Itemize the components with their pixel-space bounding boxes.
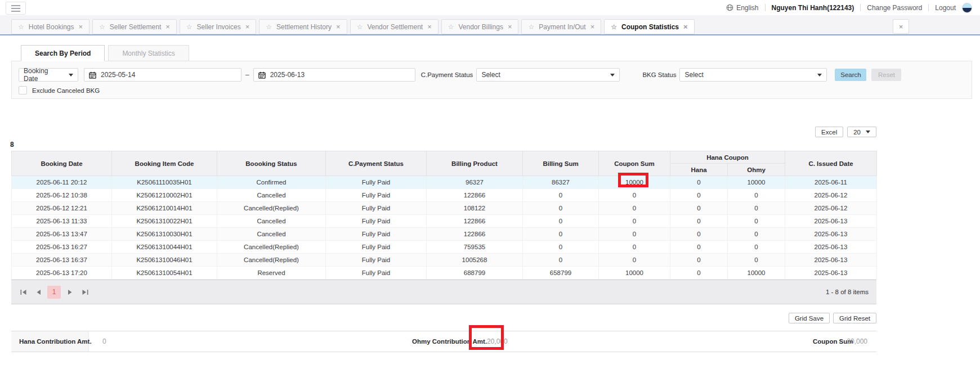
tab-label: Coupon Statistics: [621, 23, 679, 31]
excel-button[interactable]: Excel: [815, 127, 843, 137]
pagination-next-button[interactable]: [64, 286, 76, 298]
table-cell: 2025-06-11 20:12: [12, 176, 112, 189]
close-icon[interactable]: ×: [165, 23, 170, 30]
tab-label: Seller Invoices: [197, 23, 241, 31]
star-icon[interactable]: ☆: [611, 24, 617, 30]
table-cell: 0: [523, 202, 599, 215]
table-row[interactable]: 2025-06-13 16:27 K25061310044H01 Cancell…: [12, 241, 877, 254]
table-row[interactable]: 2025-06-12 10:38 K25061210002H01 Cancell…: [12, 189, 877, 202]
tab-seller-invoices[interactable]: ☆ Seller Invoices ×: [180, 19, 256, 34]
table-row[interactable]: 2025-06-13 17:20 K25061310054H01 Reserve…: [12, 267, 877, 280]
page-size-select[interactable]: 20: [847, 127, 876, 137]
date-from-input[interactable]: 2025-05-14: [84, 68, 241, 82]
divider: [765, 4, 766, 11]
star-icon[interactable]: ☆: [18, 24, 24, 30]
exclude-canceled-checkbox[interactable]: [19, 86, 27, 94]
user-name[interactable]: Nguyen Thi Hanh(122143): [772, 4, 854, 12]
col-ohmy[interactable]: Ohmy: [728, 164, 785, 176]
table-row[interactable]: 2025-06-13 13:47 K25061310030H01 Cancell…: [12, 228, 877, 241]
col-booking-date[interactable]: Booking Date: [12, 151, 112, 176]
close-icon[interactable]: ×: [78, 23, 83, 30]
close-icon[interactable]: ×: [427, 23, 432, 30]
col-cpayment-status[interactable]: C.Payment Status: [326, 151, 427, 176]
close-icon[interactable]: ×: [336, 23, 341, 30]
tab-vendor-billings[interactable]: ☆ Vendor Billings ×: [441, 19, 519, 34]
tab-label: Vendor Settlement: [367, 23, 423, 31]
ohmy-contribution-value: 20,000: [487, 331, 508, 352]
last-page-icon: [82, 289, 88, 295]
language-selector[interactable]: English: [726, 4, 758, 12]
tab-label: Vendor Billings: [459, 23, 503, 31]
bkg-status-value: Select: [684, 71, 703, 79]
reset-button[interactable]: Reset: [871, 69, 901, 81]
star-icon[interactable]: ☆: [266, 24, 272, 30]
table-cell: Cancelled: [217, 215, 326, 228]
divider: [860, 4, 861, 11]
tab-seller-settlement[interactable]: ☆ Seller Settlement ×: [92, 19, 177, 34]
tab-payment-in-out[interactable]: ☆ Payment In/Out ×: [521, 19, 601, 34]
grid-reset-button[interactable]: Grid Reset: [833, 313, 876, 323]
ohmy-contribution-label: Ohmy Contribution Amt.: [412, 331, 487, 352]
chevron-down-icon: [817, 74, 822, 76]
star-icon[interactable]: ☆: [448, 24, 454, 30]
subtab-monthly-statistics[interactable]: Monthly Statistics: [108, 45, 189, 61]
calendar-icon: [258, 71, 266, 79]
table-cell: 0: [670, 267, 728, 280]
tab-hotel-bookings[interactable]: ☆ Hotel Bookings ×: [11, 19, 90, 34]
cpayment-status-select[interactable]: Select: [476, 68, 620, 82]
hamburger-menu-button[interactable]: [6, 2, 26, 15]
search-row: Booking Date 2025-05-14 –: [19, 68, 901, 82]
table-cell: Fully Paid: [326, 241, 427, 254]
table-header: Booking Date Booking Item Code Boooking …: [12, 151, 877, 176]
table-cell: 0: [599, 228, 670, 241]
star-icon[interactable]: ☆: [186, 24, 193, 30]
tab-coupon-statistics[interactable]: ☆ Coupon Statistics ×: [604, 19, 694, 34]
col-boooking-status[interactable]: Boooking Status: [217, 151, 326, 176]
col-billing-sum[interactable]: Billing Sum: [523, 151, 599, 176]
col-billing-product[interactable]: Billing Product: [427, 151, 523, 176]
pagination-prev-button[interactable]: [32, 286, 44, 298]
pagination-first-button[interactable]: [17, 286, 29, 298]
coupon-statistics-grid: Booking Date Booking Item Code Boooking …: [11, 151, 876, 304]
user-avatar[interactable]: [962, 3, 972, 13]
table-cell: 0: [670, 176, 728, 189]
table-cell: 122866: [427, 189, 523, 202]
pagination-last-button[interactable]: [79, 286, 91, 298]
subtab-search-by-period[interactable]: Search By Period: [21, 45, 105, 61]
change-password-link[interactable]: Change Password: [867, 4, 922, 12]
close-icon[interactable]: ×: [508, 23, 512, 30]
table-cell: K25061310044H01: [112, 241, 217, 254]
star-icon[interactable]: ☆: [357, 24, 363, 30]
table-row[interactable]: 2025-06-12 12:21 K25061210014H01 Cancell…: [12, 202, 877, 215]
table-cell: 0: [599, 202, 670, 215]
table-row[interactable]: 2025-06-13 16:37 K25061310046H01 Cancell…: [12, 254, 877, 267]
col-c-issued-date[interactable]: C. Issued Date: [785, 151, 877, 176]
grid-save-button[interactable]: Grid Save: [789, 313, 830, 323]
table-cell: 0: [523, 189, 599, 202]
table-cell: 122866: [427, 228, 523, 241]
table-cell: K25061210014H01: [112, 202, 217, 215]
bkg-status-select[interactable]: Select: [679, 68, 827, 82]
col-booking-item-code[interactable]: Booking Item Code: [112, 151, 217, 176]
col-hana[interactable]: Hana: [670, 164, 728, 176]
coupon-sum-amount: 20,000: [847, 338, 867, 345]
table-row[interactable]: 2025-06-13 11:33 K25061310022H01 Cancell…: [12, 215, 877, 228]
col-group-hana-coupon[interactable]: Hana Coupon: [670, 151, 785, 164]
table-row[interactable]: 2025-06-11 20:12 K25061110035H01 Confirm…: [12, 176, 877, 189]
date-to-input[interactable]: 2025-06-13: [253, 68, 415, 82]
tab-settlement-history[interactable]: ☆ Settlement History ×: [259, 19, 347, 34]
star-icon[interactable]: ☆: [528, 24, 534, 30]
search-button[interactable]: Search: [835, 69, 866, 81]
star-icon[interactable]: ☆: [99, 24, 105, 30]
close-icon[interactable]: ×: [590, 23, 595, 30]
date-type-select[interactable]: Booking Date: [19, 68, 78, 82]
globe-icon: [726, 4, 733, 11]
logout-link[interactable]: Logout: [935, 4, 956, 12]
pagination-current-page[interactable]: 1: [47, 286, 61, 299]
tabset-close-button[interactable]: ×: [893, 19, 909, 34]
col-coupon-sum[interactable]: Coupon Sum: [599, 151, 670, 176]
close-icon[interactable]: ×: [245, 23, 250, 30]
close-icon[interactable]: ×: [683, 23, 688, 30]
search-panel: Booking Date 2025-05-14 –: [11, 61, 972, 99]
tab-vendor-settlement[interactable]: ☆ Vendor Settlement ×: [350, 19, 438, 34]
